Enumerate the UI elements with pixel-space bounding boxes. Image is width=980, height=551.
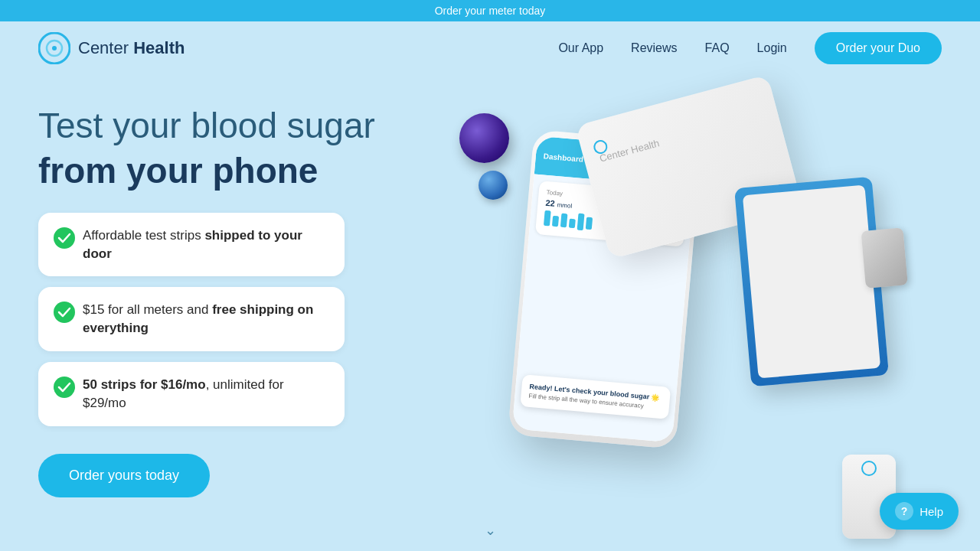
decorative-ball-large xyxy=(459,113,509,163)
feature-card-1: Affordable test strips shipped to your d… xyxy=(38,213,345,277)
nav-order-cta-button[interactable]: Order your Duo xyxy=(815,32,942,64)
device-box xyxy=(734,177,889,387)
check-icon-3 xyxy=(54,377,75,398)
scroll-indicator: ⌄ xyxy=(485,522,496,539)
top-banner-text: Order your meter today xyxy=(435,5,546,17)
logo: Center Health xyxy=(38,32,185,64)
nav-link-reviews[interactable]: Reviews xyxy=(631,41,677,55)
feature-text-1: Affordable test strips shipped to your d… xyxy=(83,227,329,263)
help-button-label: Help xyxy=(920,505,943,518)
help-button[interactable]: ? Help xyxy=(880,493,959,530)
svg-point-2 xyxy=(52,46,57,51)
hero-left: Test your blood sugar from your phone Af… xyxy=(38,90,421,546)
hero-right: Dashboard Past week Today 22 mmol xyxy=(421,90,942,546)
logo-icon xyxy=(38,32,70,64)
svg-point-4 xyxy=(54,302,75,323)
logo-text: Center Health xyxy=(78,38,185,58)
nav-link-our-app[interactable]: Our App xyxy=(558,41,603,55)
top-banner: Order your meter today xyxy=(0,0,980,21)
check-icon-2 xyxy=(54,302,75,323)
nav-links: Our App Reviews FAQ Login Order your Duo xyxy=(558,32,942,64)
device-inner xyxy=(743,184,880,378)
hero-title-line2: from your phone xyxy=(38,151,421,191)
nav-link-faq[interactable]: FAQ xyxy=(705,41,730,55)
svg-point-3 xyxy=(54,227,75,249)
phone-notification: Ready! Let's check your blood sugar 🌟 Fi… xyxy=(520,374,671,419)
product-box-logo: Center Health xyxy=(598,135,661,164)
feature-card-2: $15 for all meters and free shipping on … xyxy=(38,287,345,351)
device-usb xyxy=(861,227,908,289)
hero-cta-button[interactable]: Order yours today xyxy=(38,454,210,497)
check-icon-1 xyxy=(54,227,75,249)
hero-title-line1: Test your blood sugar xyxy=(38,106,421,146)
feature-text-2: $15 for all meters and free shipping on … xyxy=(83,301,329,337)
navigation: Center Health Our App Reviews FAQ Login … xyxy=(0,21,980,75)
decorative-ball-small xyxy=(479,171,508,200)
feature-text-3: 50 strips for $16/mo, unlimited for $29/… xyxy=(83,376,329,412)
feature-card-3: 50 strips for $16/mo, unlimited for $29/… xyxy=(38,362,345,426)
help-icon: ? xyxy=(895,502,913,520)
nav-link-login[interactable]: Login xyxy=(757,41,787,55)
svg-point-5 xyxy=(54,377,75,398)
hero-section: Test your blood sugar from your phone Af… xyxy=(0,75,980,546)
